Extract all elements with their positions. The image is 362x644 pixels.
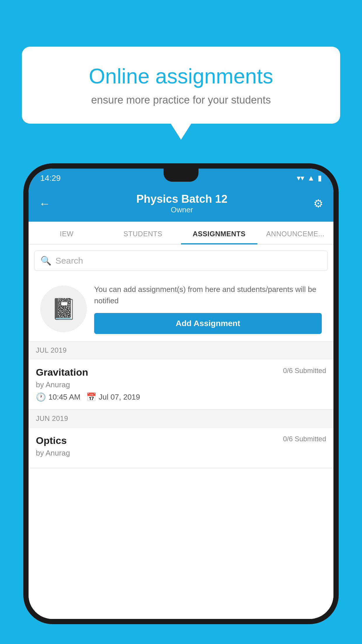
app-header: ← Physics Batch 12 Owner ⚙	[29, 188, 333, 222]
tab-students[interactable]: STUDENTS	[105, 222, 181, 244]
speech-bubble-container: Online assignments ensure more practice …	[22, 47, 340, 140]
assignment-submitted: 0/6 Submitted	[283, 367, 326, 375]
status-time: 14:29	[40, 174, 61, 183]
assignment-meta: 🕐 10:45 AM 📅 Jul 07, 2019	[36, 392, 326, 402]
clock-icon: 🕐	[36, 392, 46, 402]
notebook-icon: 📓	[51, 297, 76, 321]
phone-frame: 14:29 ▾▾ ▲ ▮ ← Physics Batch 12 Owner ⚙	[23, 163, 339, 624]
speech-bubble: Online assignments ensure more practice …	[22, 47, 340, 124]
assignment-gravitation[interactable]: Gravitation 0/6 Submitted by Anurag 🕐 10…	[29, 359, 333, 410]
meta-time: 🕐 10:45 AM	[36, 392, 80, 402]
assignment-submitted-optics: 0/6 Submitted	[283, 435, 326, 443]
header-subtitle: Owner	[136, 205, 228, 214]
calendar-icon: 📅	[86, 392, 96, 402]
settings-icon[interactable]: ⚙	[313, 197, 323, 210]
promo-text-area: You can add assignment(s) from here and …	[94, 284, 322, 334]
battery-icon: ▮	[318, 174, 322, 183]
promo-icon-circle: 📓	[40, 286, 87, 332]
assignment-time: 10:45 AM	[48, 393, 80, 402]
search-placeholder: Search	[55, 256, 83, 266]
speech-bubble-title: Online assignments	[42, 64, 320, 88]
phone-screen: 14:29 ▾▾ ▲ ▮ ← Physics Batch 12 Owner ⚙	[29, 169, 333, 619]
tab-overview[interactable]: IEW	[29, 222, 105, 244]
notch	[164, 169, 198, 182]
section-jul-2019: JUL 2019	[29, 341, 333, 359]
back-button[interactable]: ←	[39, 197, 50, 210]
phone-container: 14:29 ▾▾ ▲ ▮ ← Physics Batch 12 Owner ⚙	[23, 163, 339, 644]
assignment-optics[interactable]: Optics 0/6 Submitted by Anurag	[29, 428, 333, 468]
assignment-name-optics: Optics	[36, 435, 67, 446]
assignment-author: by Anurag	[36, 380, 326, 389]
speech-bubble-tail	[171, 124, 191, 140]
search-icon: 🔍	[41, 256, 51, 266]
speech-bubble-subtitle: ensure more practice for your students	[42, 94, 320, 106]
tab-assignments[interactable]: ASSIGNMENTS	[181, 222, 257, 244]
header-title: Physics Batch 12	[136, 193, 228, 205]
content-area[interactable]: 🔍 Search 📓 You can add assignment(s) fro…	[29, 245, 333, 619]
status-bar: 14:29 ▾▾ ▲ ▮	[29, 169, 333, 188]
promo-card: 📓 You can add assignment(s) from here an…	[34, 276, 328, 341]
assignment-top-row: Gravitation 0/6 Submitted	[36, 367, 326, 378]
add-assignment-button[interactable]: Add Assignment	[94, 313, 322, 334]
assignment-author-optics: by Anurag	[36, 449, 326, 458]
assignment-top-row-optics: Optics 0/6 Submitted	[36, 435, 326, 446]
header-center: Physics Batch 12 Owner	[136, 193, 228, 214]
signal-icon: ▲	[307, 174, 315, 183]
assignment-date: Jul 07, 2019	[99, 393, 140, 402]
wifi-icon: ▾▾	[297, 174, 304, 183]
section-jun-2019: JUN 2019	[29, 410, 333, 428]
tab-announcements[interactable]: ANNOUNCEME...	[257, 222, 334, 244]
promo-description: You can add assignment(s) from here and …	[94, 284, 322, 307]
tabs-bar: IEW STUDENTS ASSIGNMENTS ANNOUNCEME...	[29, 222, 333, 245]
assignment-name: Gravitation	[36, 367, 88, 378]
status-icons: ▾▾ ▲ ▮	[297, 174, 322, 183]
meta-date: 📅 Jul 07, 2019	[86, 392, 140, 402]
search-bar[interactable]: 🔍 Search	[34, 251, 328, 271]
